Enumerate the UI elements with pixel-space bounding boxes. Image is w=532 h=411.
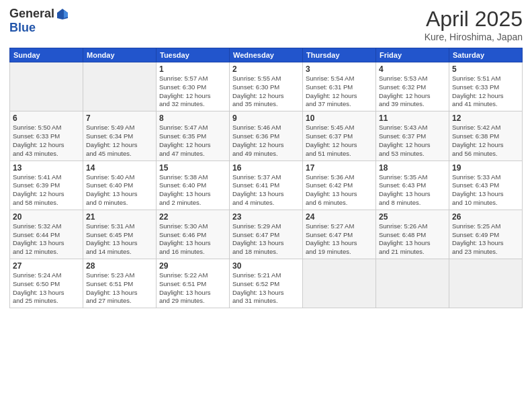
day-info: Sunrise: 5:21 AMSunset: 6:52 PMDaylight:… <box>232 271 300 306</box>
calendar-cell: 19Sunrise: 5:33 AMSunset: 6:43 PMDayligh… <box>449 161 523 210</box>
day-number: 30 <box>232 261 300 271</box>
day-info: Sunrise: 5:49 AMSunset: 6:34 PMDaylight:… <box>86 124 153 158</box>
day-number: 11 <box>379 113 446 123</box>
calendar-cell: 14Sunrise: 5:40 AMSunset: 6:40 PMDayligh… <box>83 161 157 210</box>
calendar-week-2: 6Sunrise: 5:50 AMSunset: 6:33 PMDaylight… <box>10 111 523 161</box>
day-info: Sunrise: 5:26 AMSunset: 6:48 PMDaylight:… <box>379 222 446 257</box>
day-info: Sunrise: 5:31 AMSunset: 6:45 PMDaylight:… <box>86 222 153 257</box>
calendar-cell: 6Sunrise: 5:50 AMSunset: 6:33 PMDaylight… <box>10 111 83 161</box>
day-number: 25 <box>379 212 446 222</box>
calendar-week-4: 20Sunrise: 5:32 AMSunset: 6:44 PMDayligh… <box>10 210 523 259</box>
day-number: 12 <box>452 113 519 123</box>
calendar-cell: 21Sunrise: 5:31 AMSunset: 6:45 PMDayligh… <box>83 210 157 259</box>
calendar-cell: 8Sunrise: 5:47 AMSunset: 6:35 PMDaylight… <box>157 111 230 161</box>
day-info: Sunrise: 5:32 AMSunset: 6:44 PMDaylight:… <box>13 222 80 257</box>
calendar-week-5: 27Sunrise: 5:24 AMSunset: 6:50 PMDayligh… <box>10 259 523 308</box>
calendar-header-row: SundayMondayTuesdayWednesdayThursdayFrid… <box>10 48 523 62</box>
day-number: 22 <box>159 212 226 222</box>
day-info: Sunrise: 5:47 AMSunset: 6:35 PMDaylight:… <box>159 124 226 158</box>
logo-icon <box>56 7 69 21</box>
day-info: Sunrise: 5:55 AMSunset: 6:30 PMDaylight:… <box>232 75 300 109</box>
day-info: Sunrise: 5:51 AMSunset: 6:33 PMDaylight:… <box>452 75 519 109</box>
day-info: Sunrise: 5:50 AMSunset: 6:33 PMDaylight:… <box>13 124 80 158</box>
day-number: 7 <box>86 113 153 123</box>
calendar-cell: 29Sunrise: 5:22 AMSunset: 6:51 PMDayligh… <box>157 259 230 308</box>
day-info: Sunrise: 5:57 AMSunset: 6:30 PMDaylight:… <box>159 75 226 109</box>
calendar-cell: 15Sunrise: 5:38 AMSunset: 6:40 PMDayligh… <box>157 161 230 210</box>
day-header-wednesday: Wednesday <box>230 48 303 62</box>
day-info: Sunrise: 5:24 AMSunset: 6:50 PMDaylight:… <box>13 271 80 306</box>
main-title: April 2025 <box>425 7 523 32</box>
day-number: 29 <box>159 261 226 271</box>
day-number: 16 <box>232 163 300 173</box>
day-info: Sunrise: 5:41 AMSunset: 6:39 PMDaylight:… <box>13 173 80 208</box>
calendar-cell: 1Sunrise: 5:57 AMSunset: 6:30 PMDaylight… <box>157 62 230 111</box>
day-number: 1 <box>159 64 226 74</box>
logo-general: General <box>9 7 54 21</box>
day-number: 10 <box>306 113 373 123</box>
day-number: 23 <box>232 212 300 222</box>
calendar-cell: 28Sunrise: 5:23 AMSunset: 6:51 PMDayligh… <box>83 259 157 308</box>
day-info: Sunrise: 5:30 AMSunset: 6:46 PMDaylight:… <box>159 222 226 257</box>
day-number: 17 <box>306 163 373 173</box>
calendar-cell: 27Sunrise: 5:24 AMSunset: 6:50 PMDayligh… <box>10 259 83 308</box>
calendar-cell: 23Sunrise: 5:29 AMSunset: 6:47 PMDayligh… <box>230 210 303 259</box>
day-header-friday: Friday <box>376 48 449 62</box>
logo-text: General <box>9 7 69 21</box>
calendar-cell: 20Sunrise: 5:32 AMSunset: 6:44 PMDayligh… <box>10 210 83 259</box>
calendar-cell: 24Sunrise: 5:27 AMSunset: 6:47 PMDayligh… <box>303 210 376 259</box>
day-info: Sunrise: 5:23 AMSunset: 6:51 PMDaylight:… <box>86 271 153 306</box>
day-number: 15 <box>159 163 226 173</box>
day-number: 26 <box>452 212 519 222</box>
day-info: Sunrise: 5:54 AMSunset: 6:31 PMDaylight:… <box>306 75 373 109</box>
logo-blue: Blue <box>9 21 36 35</box>
calendar-cell: 2Sunrise: 5:55 AMSunset: 6:30 PMDaylight… <box>230 62 303 111</box>
title-block: April 2025 Kure, Hiroshima, Japan <box>425 7 523 42</box>
page: General Blue April 2025 Kure, Hiroshima,… <box>0 0 532 411</box>
day-info: Sunrise: 5:25 AMSunset: 6:49 PMDaylight:… <box>452 222 519 257</box>
calendar-cell: 17Sunrise: 5:36 AMSunset: 6:42 PMDayligh… <box>303 161 376 210</box>
calendar-cell <box>83 62 157 111</box>
day-header-monday: Monday <box>83 48 157 62</box>
day-number: 4 <box>379 64 446 74</box>
day-info: Sunrise: 5:42 AMSunset: 6:38 PMDaylight:… <box>452 124 519 158</box>
day-header-saturday: Saturday <box>449 48 523 62</box>
day-number: 24 <box>306 212 373 222</box>
calendar-cell: 22Sunrise: 5:30 AMSunset: 6:46 PMDayligh… <box>157 210 230 259</box>
calendar-cell: 30Sunrise: 5:21 AMSunset: 6:52 PMDayligh… <box>230 259 303 308</box>
day-number: 3 <box>306 64 373 74</box>
location-subtitle: Kure, Hiroshima, Japan <box>425 32 523 42</box>
calendar-cell: 11Sunrise: 5:43 AMSunset: 6:37 PMDayligh… <box>376 111 449 161</box>
calendar-cell: 13Sunrise: 5:41 AMSunset: 6:39 PMDayligh… <box>10 161 83 210</box>
day-info: Sunrise: 5:22 AMSunset: 6:51 PMDaylight:… <box>159 271 226 306</box>
calendar-cell: 9Sunrise: 5:46 AMSunset: 6:36 PMDaylight… <box>230 111 303 161</box>
calendar-week-1: 1Sunrise: 5:57 AMSunset: 6:30 PMDaylight… <box>10 62 523 111</box>
calendar-cell: 16Sunrise: 5:37 AMSunset: 6:41 PMDayligh… <box>230 161 303 210</box>
calendar-cell: 25Sunrise: 5:26 AMSunset: 6:48 PMDayligh… <box>376 210 449 259</box>
day-header-tuesday: Tuesday <box>157 48 230 62</box>
calendar-cell: 10Sunrise: 5:45 AMSunset: 6:37 PMDayligh… <box>303 111 376 161</box>
calendar-cell: 4Sunrise: 5:53 AMSunset: 6:32 PMDaylight… <box>376 62 449 111</box>
day-info: Sunrise: 5:38 AMSunset: 6:40 PMDaylight:… <box>159 173 226 208</box>
day-number: 2 <box>232 64 300 74</box>
day-number: 8 <box>159 113 226 123</box>
calendar-cell: 3Sunrise: 5:54 AMSunset: 6:31 PMDaylight… <box>303 62 376 111</box>
calendar-cell: 5Sunrise: 5:51 AMSunset: 6:33 PMDaylight… <box>449 62 523 111</box>
day-number: 21 <box>86 212 153 222</box>
day-number: 18 <box>379 163 446 173</box>
day-number: 14 <box>86 163 153 173</box>
day-info: Sunrise: 5:27 AMSunset: 6:47 PMDaylight:… <box>306 222 373 257</box>
day-number: 27 <box>13 261 80 271</box>
calendar-cell <box>303 259 376 308</box>
day-header-thursday: Thursday <box>303 48 376 62</box>
header: General Blue April 2025 Kure, Hiroshima,… <box>9 7 523 42</box>
calendar-cell: 12Sunrise: 5:42 AMSunset: 6:38 PMDayligh… <box>449 111 523 161</box>
day-number: 28 <box>86 261 153 271</box>
day-number: 20 <box>13 212 80 222</box>
calendar-cell: 26Sunrise: 5:25 AMSunset: 6:49 PMDayligh… <box>449 210 523 259</box>
calendar-cell: 7Sunrise: 5:49 AMSunset: 6:34 PMDaylight… <box>83 111 157 161</box>
day-info: Sunrise: 5:46 AMSunset: 6:36 PMDaylight:… <box>232 124 300 158</box>
day-info: Sunrise: 5:29 AMSunset: 6:47 PMDaylight:… <box>232 222 300 257</box>
logo: General Blue <box>9 7 69 35</box>
day-info: Sunrise: 5:53 AMSunset: 6:32 PMDaylight:… <box>379 75 446 109</box>
